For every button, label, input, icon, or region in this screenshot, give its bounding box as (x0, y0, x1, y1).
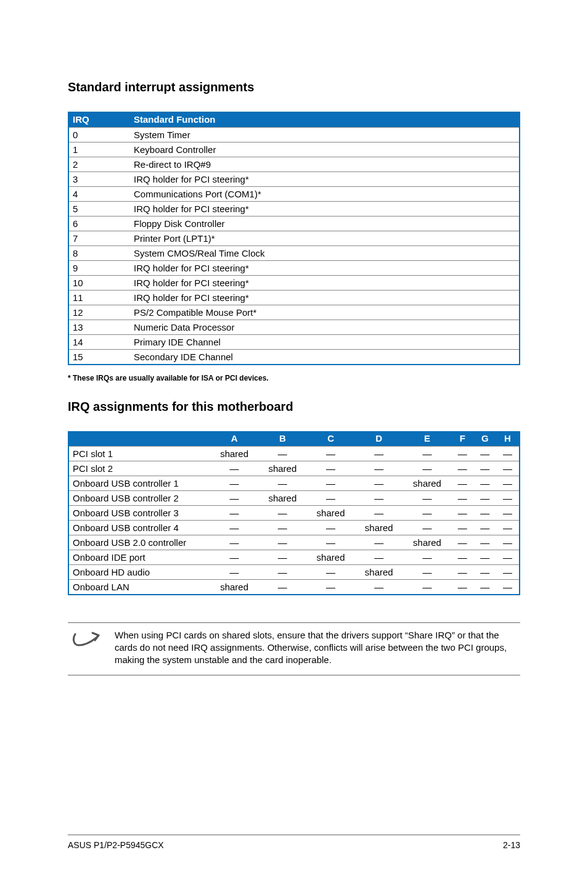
assign-row-label: PCI slot 1 (68, 446, 210, 461)
table-row: 14Primary IDE Channel (68, 335, 520, 350)
assign-cell: shared (210, 446, 258, 461)
assign-cell: — (258, 564, 306, 579)
assign-cell: — (474, 535, 496, 550)
irq-cell: 5 (68, 202, 130, 217)
assign-cell: — (210, 505, 258, 520)
assign-cell: — (210, 550, 258, 564)
func-cell: Numeric Data Processor (130, 320, 520, 335)
table-row: 13Numeric Data Processor (68, 320, 520, 335)
assign-row-label: Onboard USB 2.0 controller (68, 535, 210, 550)
assign-cell: shared (210, 579, 258, 595)
table-row: Onboard USB controller 1————shared——— (68, 476, 520, 490)
assign-cell: — (496, 490, 520, 505)
assign-cell: — (258, 476, 306, 490)
assign-cell: — (403, 520, 451, 535)
table-row: 11IRQ holder for PCI steering* (68, 291, 520, 305)
table-row: 5IRQ holder for PCI steering* (68, 202, 520, 217)
footer-right: 2-13 (503, 840, 520, 850)
assign-cell: — (355, 476, 403, 490)
table-row: 9IRQ holder for PCI steering* (68, 261, 520, 276)
assign-cell: — (403, 446, 451, 461)
assign-cell: shared (306, 505, 354, 520)
assign-cell: — (355, 446, 403, 461)
assign-cell: — (474, 490, 496, 505)
assign-header: A (210, 431, 258, 446)
func-cell: IRQ holder for PCI steering* (130, 172, 520, 187)
page-footer: ASUS P1/P2-P5945GCX 2-13 (68, 835, 520, 850)
assign-cell: — (474, 476, 496, 490)
assign-header: B (258, 431, 306, 446)
table-row: 3IRQ holder for PCI steering* (68, 172, 520, 187)
assign-cell: — (258, 446, 306, 461)
footer-left: ASUS P1/P2-P5945GCX (68, 840, 164, 850)
assign-cell: shared (306, 550, 354, 564)
assign-header: H (496, 431, 520, 446)
assign-row-label: PCI slot 2 (68, 461, 210, 476)
table-row: Onboard HD audio———shared———— (68, 564, 520, 579)
assign-cell: — (210, 461, 258, 476)
assign-cell: — (306, 446, 354, 461)
assign-cell: — (258, 550, 306, 564)
irq-cell: 3 (68, 172, 130, 187)
assign-cell: — (210, 520, 258, 535)
assign-cell: shared (403, 476, 451, 490)
table-row: Onboard USB controller 3——shared————— (68, 505, 520, 520)
assign-cell: shared (403, 535, 451, 550)
assign-cell: — (403, 461, 451, 476)
assign-cell: — (306, 461, 354, 476)
assign-cell: — (355, 535, 403, 550)
assign-cell: — (474, 520, 496, 535)
heading-standard: Standard interrupt assignments (68, 80, 520, 94)
assign-cell: — (451, 461, 473, 476)
irq-cell: 11 (68, 291, 130, 305)
irq-cell: 2 (68, 157, 130, 172)
func-cell: PS/2 Compatible Mouse Port* (130, 305, 520, 320)
func-cell: Communications Port (COM1)* (130, 187, 520, 202)
assign-cell: — (451, 579, 473, 595)
table-row: Onboard IDE port——shared————— (68, 550, 520, 564)
assign-row-label: Onboard USB controller 2 (68, 490, 210, 505)
table-row: 10IRQ holder for PCI steering* (68, 276, 520, 291)
assign-cell: — (474, 505, 496, 520)
table-row: 4Communications Port (COM1)* (68, 187, 520, 202)
assign-header: D (355, 431, 403, 446)
assign-cell: — (210, 564, 258, 579)
assign-header: G (474, 431, 496, 446)
irq-cell: 10 (68, 276, 130, 291)
assign-row-label: Onboard USB controller 4 (68, 520, 210, 535)
assign-cell: — (258, 505, 306, 520)
assign-cell: — (210, 535, 258, 550)
irq-cell: 4 (68, 187, 130, 202)
assign-cell: — (306, 535, 354, 550)
irq-cell: 0 (68, 128, 130, 142)
assign-cell: — (306, 520, 354, 535)
assign-cell: — (496, 520, 520, 535)
assign-cell: shared (258, 461, 306, 476)
func-cell: IRQ holder for PCI steering* (130, 291, 520, 305)
assign-cell: — (496, 476, 520, 490)
func-cell: System Timer (130, 128, 520, 142)
assign-cell: — (451, 520, 473, 535)
assign-cell: — (451, 564, 473, 579)
table-row: Onboard USB controller 2—shared—————— (68, 490, 520, 505)
assign-table: ABCDEFGH PCI slot 1shared———————PCI slot… (68, 431, 520, 595)
assign-row-label: Onboard LAN (68, 579, 210, 595)
assign-cell: — (306, 476, 354, 490)
assign-cell: — (496, 505, 520, 520)
func-cell: Keyboard Controller (130, 142, 520, 157)
assign-cell: — (496, 550, 520, 564)
assign-cell: — (355, 490, 403, 505)
assign-cell: — (496, 564, 520, 579)
assign-cell: — (474, 579, 496, 595)
func-cell: IRQ holder for PCI steering* (130, 261, 520, 276)
assign-row-label: Onboard HD audio (68, 564, 210, 579)
note-box: When using PCI cards on shared slots, en… (68, 622, 520, 676)
table-row: 2Re-direct to IRQ#9 (68, 157, 520, 172)
assign-table-corner (68, 431, 210, 446)
note-icon (68, 629, 100, 653)
note-text: When using PCI cards on shared slots, en… (115, 629, 520, 667)
irq-cell: 6 (68, 217, 130, 231)
func-cell: IRQ holder for PCI steering* (130, 276, 520, 291)
assign-cell: — (258, 579, 306, 595)
assign-header: C (306, 431, 354, 446)
